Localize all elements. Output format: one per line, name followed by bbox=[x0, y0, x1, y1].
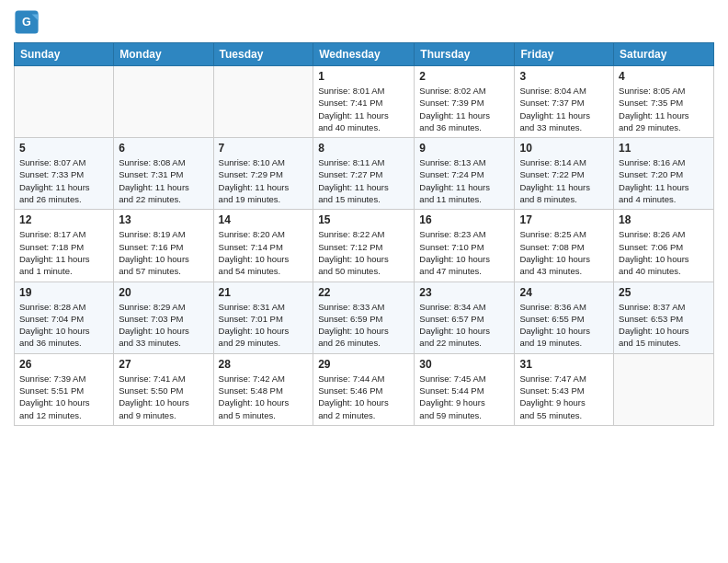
day-info: Sunrise: 8:14 AM Sunset: 7:22 PM Dayligh… bbox=[519, 156, 609, 205]
day-info: Sunrise: 7:45 AM Sunset: 5:44 PM Dayligh… bbox=[419, 373, 509, 421]
calendar-table: SundayMondayTuesdayWednesdayThursdayFrid… bbox=[14, 42, 714, 426]
day-info: Sunrise: 8:08 AM Sunset: 7:31 PM Dayligh… bbox=[119, 156, 208, 205]
day-info: Sunrise: 8:10 AM Sunset: 7:29 PM Dayligh… bbox=[219, 156, 309, 205]
weekday-sunday: Sunday bbox=[15, 43, 114, 66]
day-number: 11 bbox=[619, 142, 709, 155]
calendar-cell: 6Sunrise: 8:08 AM Sunset: 7:31 PM Daylig… bbox=[114, 138, 213, 210]
day-info: Sunrise: 8:11 AM Sunset: 7:27 PM Dayligh… bbox=[318, 156, 409, 205]
logo-icon: G bbox=[14, 9, 40, 35]
calendar-cell: 28Sunrise: 7:42 AM Sunset: 5:48 PM Dayli… bbox=[213, 353, 313, 425]
calendar-cell: 18Sunrise: 8:26 AM Sunset: 7:06 PM Dayli… bbox=[614, 210, 714, 282]
day-number: 18 bbox=[619, 213, 709, 226]
calendar-cell bbox=[114, 66, 213, 138]
weekday-saturday: Saturday bbox=[614, 43, 714, 66]
day-number: 2 bbox=[419, 70, 509, 83]
calendar-cell bbox=[213, 66, 313, 138]
day-number: 8 bbox=[318, 142, 409, 155]
calendar-cell: 14Sunrise: 8:20 AM Sunset: 7:14 PM Dayli… bbox=[213, 210, 313, 282]
day-number: 15 bbox=[318, 213, 409, 226]
week-row-4: 19Sunrise: 8:28 AM Sunset: 7:04 PM Dayli… bbox=[15, 282, 714, 353]
calendar-cell: 30Sunrise: 7:45 AM Sunset: 5:44 PM Dayli… bbox=[415, 353, 515, 425]
calendar-cell: 17Sunrise: 8:25 AM Sunset: 7:08 PM Dayli… bbox=[515, 210, 614, 282]
week-row-2: 5Sunrise: 8:07 AM Sunset: 7:33 PM Daylig… bbox=[15, 138, 714, 210]
calendar-cell: 19Sunrise: 8:28 AM Sunset: 7:04 PM Dayli… bbox=[15, 282, 114, 353]
weekday-friday: Friday bbox=[515, 43, 614, 66]
calendar-cell: 31Sunrise: 7:47 AM Sunset: 5:43 PM Dayli… bbox=[515, 353, 614, 425]
day-info: Sunrise: 8:04 AM Sunset: 7:37 PM Dayligh… bbox=[519, 85, 609, 133]
day-info: Sunrise: 8:16 AM Sunset: 7:20 PM Dayligh… bbox=[619, 156, 709, 205]
day-info: Sunrise: 8:34 AM Sunset: 6:57 PM Dayligh… bbox=[419, 301, 509, 350]
day-number: 19 bbox=[19, 286, 108, 299]
day-number: 31 bbox=[519, 358, 609, 371]
logo: G bbox=[14, 9, 43, 35]
day-info: Sunrise: 8:31 AM Sunset: 7:01 PM Dayligh… bbox=[219, 301, 309, 350]
day-number: 16 bbox=[419, 213, 509, 226]
calendar-cell: 20Sunrise: 8:29 AM Sunset: 7:03 PM Dayli… bbox=[114, 282, 213, 353]
day-number: 20 bbox=[119, 286, 208, 299]
day-info: Sunrise: 8:25 AM Sunset: 7:08 PM Dayligh… bbox=[519, 228, 609, 277]
weekday-header-row: SundayMondayTuesdayWednesdayThursdayFrid… bbox=[15, 43, 714, 66]
day-info: Sunrise: 8:17 AM Sunset: 7:18 PM Dayligh… bbox=[19, 228, 108, 277]
day-number: 9 bbox=[419, 142, 509, 155]
day-number: 13 bbox=[119, 213, 208, 226]
weekday-monday: Monday bbox=[114, 43, 213, 66]
calendar-cell: 7Sunrise: 8:10 AM Sunset: 7:29 PM Daylig… bbox=[213, 138, 313, 210]
day-number: 26 bbox=[19, 358, 108, 371]
day-number: 12 bbox=[19, 213, 108, 226]
day-number: 4 bbox=[619, 70, 709, 83]
week-row-3: 12Sunrise: 8:17 AM Sunset: 7:18 PM Dayli… bbox=[15, 210, 714, 282]
day-info: Sunrise: 8:28 AM Sunset: 7:04 PM Dayligh… bbox=[19, 301, 108, 350]
day-number: 22 bbox=[318, 286, 409, 299]
day-info: Sunrise: 8:26 AM Sunset: 7:06 PM Dayligh… bbox=[619, 228, 709, 277]
calendar-cell: 21Sunrise: 8:31 AM Sunset: 7:01 PM Dayli… bbox=[213, 282, 313, 353]
day-number: 7 bbox=[219, 142, 309, 155]
calendar-cell: 26Sunrise: 7:39 AM Sunset: 5:51 PM Dayli… bbox=[15, 353, 114, 425]
calendar-cell: 5Sunrise: 8:07 AM Sunset: 7:33 PM Daylig… bbox=[15, 138, 114, 210]
calendar-cell: 23Sunrise: 8:34 AM Sunset: 6:57 PM Dayli… bbox=[415, 282, 515, 353]
day-number: 14 bbox=[219, 213, 309, 226]
day-number: 25 bbox=[619, 286, 709, 299]
calendar-cell: 13Sunrise: 8:19 AM Sunset: 7:16 PM Dayli… bbox=[114, 210, 213, 282]
calendar-cell: 24Sunrise: 8:36 AM Sunset: 6:55 PM Dayli… bbox=[515, 282, 614, 353]
calendar-cell: 27Sunrise: 7:41 AM Sunset: 5:50 PM Dayli… bbox=[114, 353, 213, 425]
calendar-cell: 10Sunrise: 8:14 AM Sunset: 7:22 PM Dayli… bbox=[515, 138, 614, 210]
weekday-tuesday: Tuesday bbox=[213, 43, 313, 66]
calendar-cell: 1Sunrise: 8:01 AM Sunset: 7:41 PM Daylig… bbox=[313, 66, 415, 138]
calendar-cell: 4Sunrise: 8:05 AM Sunset: 7:35 PM Daylig… bbox=[614, 66, 714, 138]
calendar-cell: 8Sunrise: 8:11 AM Sunset: 7:27 PM Daylig… bbox=[313, 138, 415, 210]
calendar-cell: 2Sunrise: 8:02 AM Sunset: 7:39 PM Daylig… bbox=[415, 66, 515, 138]
day-info: Sunrise: 7:41 AM Sunset: 5:50 PM Dayligh… bbox=[119, 373, 208, 421]
day-info: Sunrise: 8:37 AM Sunset: 6:53 PM Dayligh… bbox=[619, 301, 709, 350]
calendar-cell: 11Sunrise: 8:16 AM Sunset: 7:20 PM Dayli… bbox=[614, 138, 714, 210]
day-number: 27 bbox=[119, 358, 208, 371]
calendar-cell: 25Sunrise: 8:37 AM Sunset: 6:53 PM Dayli… bbox=[614, 282, 714, 353]
day-info: Sunrise: 8:23 AM Sunset: 7:10 PM Dayligh… bbox=[419, 228, 509, 277]
day-info: Sunrise: 7:44 AM Sunset: 5:46 PM Dayligh… bbox=[318, 373, 409, 421]
week-row-5: 26Sunrise: 7:39 AM Sunset: 5:51 PM Dayli… bbox=[15, 353, 714, 425]
day-number: 21 bbox=[219, 286, 309, 299]
day-info: Sunrise: 7:39 AM Sunset: 5:51 PM Dayligh… bbox=[19, 373, 108, 421]
day-info: Sunrise: 8:01 AM Sunset: 7:41 PM Dayligh… bbox=[318, 85, 409, 133]
weekday-thursday: Thursday bbox=[415, 43, 515, 66]
calendar-cell: 9Sunrise: 8:13 AM Sunset: 7:24 PM Daylig… bbox=[415, 138, 515, 210]
day-info: Sunrise: 8:20 AM Sunset: 7:14 PM Dayligh… bbox=[219, 228, 309, 277]
day-info: Sunrise: 8:22 AM Sunset: 7:12 PM Dayligh… bbox=[318, 228, 409, 277]
week-row-1: 1Sunrise: 8:01 AM Sunset: 7:41 PM Daylig… bbox=[15, 66, 714, 138]
day-number: 30 bbox=[419, 358, 509, 371]
day-number: 17 bbox=[519, 213, 609, 226]
calendar-cell: 16Sunrise: 8:23 AM Sunset: 7:10 PM Dayli… bbox=[415, 210, 515, 282]
calendar-cell: 22Sunrise: 8:33 AM Sunset: 6:59 PM Dayli… bbox=[313, 282, 415, 353]
day-number: 23 bbox=[419, 286, 509, 299]
page-header: G bbox=[14, 9, 714, 35]
day-number: 10 bbox=[519, 142, 609, 155]
day-number: 3 bbox=[519, 70, 609, 83]
calendar-cell: 15Sunrise: 8:22 AM Sunset: 7:12 PM Dayli… bbox=[313, 210, 415, 282]
day-number: 29 bbox=[318, 358, 409, 371]
day-number: 5 bbox=[19, 142, 108, 155]
day-info: Sunrise: 8:29 AM Sunset: 7:03 PM Dayligh… bbox=[119, 301, 208, 350]
day-info: Sunrise: 8:13 AM Sunset: 7:24 PM Dayligh… bbox=[419, 156, 509, 205]
day-info: Sunrise: 8:33 AM Sunset: 6:59 PM Dayligh… bbox=[318, 301, 409, 350]
day-info: Sunrise: 7:47 AM Sunset: 5:43 PM Dayligh… bbox=[519, 373, 609, 421]
day-info: Sunrise: 8:07 AM Sunset: 7:33 PM Dayligh… bbox=[19, 156, 108, 205]
day-number: 28 bbox=[219, 358, 309, 371]
